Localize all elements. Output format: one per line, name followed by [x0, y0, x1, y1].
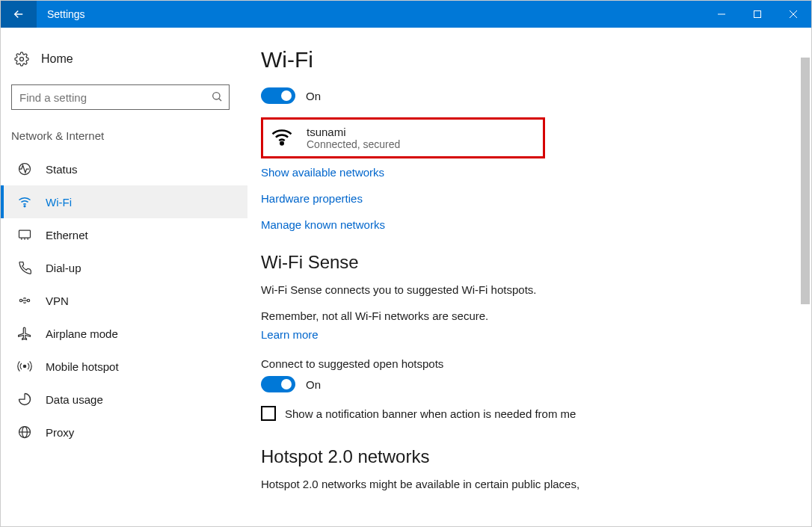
wifi-sense-title: Wi-Fi Sense	[261, 252, 796, 273]
wifi-toggle[interactable]	[261, 87, 295, 104]
sidebar-category: Network & Internet	[1, 125, 247, 152]
maximize-button[interactable]	[739, 1, 775, 28]
datausage-icon	[17, 392, 32, 407]
link-show-networks[interactable]: Show available networks	[261, 166, 796, 179]
open-hotspots-label: Connect to suggested open hotspots	[261, 357, 796, 370]
open-hotspots-toggle-row: On	[261, 376, 796, 392]
home-label: Home	[41, 52, 73, 66]
hotspot-icon	[17, 359, 32, 374]
sidebar: Home Network & Internet Status Wi-Fi	[1, 28, 247, 526]
sidebar-item-label: Data usage	[46, 393, 103, 406]
window-controls	[704, 1, 811, 28]
notify-checkbox-label: Show a notification banner when action i…	[285, 407, 576, 420]
notify-checkbox-row: Show a notification banner when action i…	[261, 406, 796, 421]
home-button[interactable]: Home	[1, 47, 247, 80]
svg-rect-9	[19, 230, 31, 238]
sidebar-item-label: Ethernet	[46, 229, 88, 241]
svg-point-12	[23, 365, 25, 367]
wifi-sense-desc: Wi-Fi Sense connects you to suggested Wi…	[261, 283, 796, 296]
sidebar-item-dialup[interactable]: Dial-up	[1, 251, 247, 284]
wifi-toggle-label: On	[306, 90, 321, 102]
content-area: Home Network & Internet Status Wi-Fi	[1, 28, 811, 526]
current-network[interactable]: tsunami Connected, secured	[261, 117, 545, 158]
page-title: Wi-Fi	[261, 47, 796, 73]
wifi-sense-reminder: Remember, not all Wi-Fi networks are sec…	[261, 309, 796, 322]
svg-point-4	[20, 58, 24, 61]
sidebar-item-label: Proxy	[46, 426, 74, 439]
gear-icon	[14, 52, 29, 67]
link-learn-more[interactable]: Learn more	[261, 328, 796, 341]
search-box[interactable]	[11, 84, 230, 110]
back-button[interactable]	[1, 1, 37, 28]
minimize-icon	[717, 10, 726, 19]
window-title: Settings	[37, 1, 704, 28]
close-button[interactable]	[775, 1, 811, 28]
sidebar-item-wifi[interactable]: Wi-Fi	[1, 185, 247, 218]
status-icon	[17, 161, 32, 176]
sidebar-item-vpn[interactable]: VPN	[1, 284, 247, 317]
proxy-icon	[17, 425, 32, 440]
hotspot20-desc: Hotspot 2.0 networks might be available …	[261, 478, 796, 490]
network-name: tsunami	[307, 126, 400, 138]
arrow-left-icon	[12, 7, 25, 21]
close-icon	[789, 10, 798, 19]
svg-point-10	[19, 299, 22, 301]
sidebar-item-label: Mobile hotspot	[46, 360, 119, 373]
vpn-icon	[17, 293, 32, 308]
sidebar-item-datausage[interactable]: Data usage	[1, 383, 247, 416]
network-status: Connected, secured	[307, 138, 400, 150]
notify-checkbox[interactable]	[261, 406, 276, 421]
svg-rect-1	[754, 11, 761, 18]
search-input[interactable]	[18, 90, 211, 105]
ethernet-icon	[17, 227, 32, 242]
sidebar-item-label: Wi-Fi	[46, 196, 72, 209]
minimize-button[interactable]	[704, 1, 739, 28]
sidebar-item-label: VPN	[46, 295, 69, 307]
sidebar-item-ethernet[interactable]: Ethernet	[1, 218, 247, 251]
nav-list: Status Wi-Fi Ethernet Dial-up	[1, 152, 247, 449]
link-manage-known[interactable]: Manage known networks	[261, 218, 796, 231]
titlebar: Settings	[1, 1, 811, 28]
wifi-signal-icon	[271, 126, 293, 150]
network-info: tsunami Connected, secured	[307, 126, 400, 150]
wifi-icon	[17, 194, 32, 209]
sidebar-item-label: Status	[46, 163, 78, 176]
svg-line-6	[219, 98, 221, 100]
hotspot20-title: Hotspot 2.0 networks	[261, 446, 796, 467]
sidebar-item-proxy[interactable]: Proxy	[1, 416, 247, 449]
sidebar-item-status[interactable]: Status	[1, 152, 247, 185]
scrollbar-thumb[interactable]	[801, 58, 810, 304]
sidebar-item-airplane[interactable]: Airplane mode	[1, 317, 247, 350]
airplane-icon	[17, 326, 32, 341]
svg-point-15	[280, 142, 283, 145]
svg-point-8	[24, 206, 25, 207]
scrollbar[interactable]	[799, 55, 811, 526]
open-hotspots-toggle[interactable]	[261, 376, 295, 392]
sidebar-item-hotspot[interactable]: Mobile hotspot	[1, 350, 247, 383]
maximize-icon	[753, 10, 762, 19]
dialup-icon	[17, 260, 32, 275]
open-hotspots-toggle-label: On	[306, 378, 321, 391]
link-hardware-properties[interactable]: Hardware properties	[261, 192, 796, 205]
svg-point-11	[27, 299, 29, 301]
svg-point-5	[213, 92, 220, 99]
sidebar-item-label: Dial-up	[46, 262, 81, 274]
wifi-toggle-row: On	[261, 87, 796, 104]
sidebar-item-label: Airplane mode	[46, 327, 118, 340]
search-icon	[211, 90, 223, 105]
main-panel: Wi-Fi On tsunami Connected, secured Show…	[247, 28, 811, 526]
